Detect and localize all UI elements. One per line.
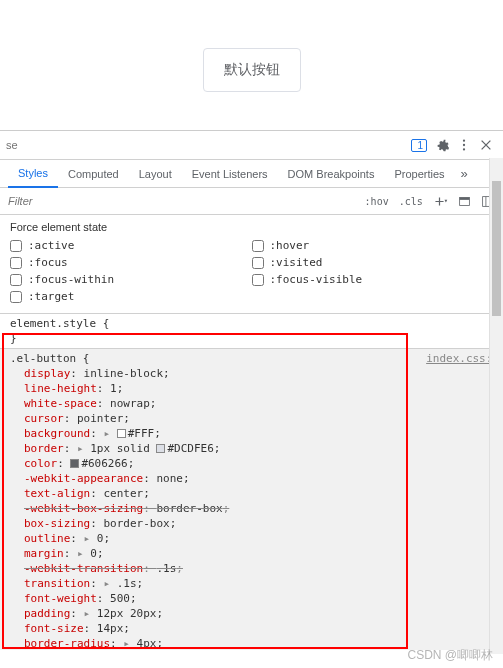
gear-icon	[435, 138, 449, 152]
svg-point-0	[463, 139, 465, 141]
computed-sidebar-button[interactable]	[453, 188, 476, 214]
css-declaration[interactable]: text-align: center;	[10, 486, 501, 501]
css-declaration[interactable]: white-space: nowrap;	[10, 396, 501, 411]
close-icon	[479, 138, 493, 152]
el-button-rule-block[interactable]: index.css:1 .el-button { display: inline…	[0, 349, 503, 650]
kebab-icon	[457, 138, 471, 152]
checkbox[interactable]	[10, 257, 22, 269]
css-declaration[interactable]: line-height: 1;	[10, 381, 501, 396]
close-button[interactable]	[475, 134, 497, 156]
css-declaration[interactable]: display: inline-block;	[10, 366, 501, 381]
badge-count: 1	[417, 140, 423, 151]
css-declaration[interactable]: border: ▸ 1px solid #DCDFE6;	[10, 441, 501, 456]
scrollbar-thumb[interactable]	[492, 181, 501, 316]
svg-rect-4	[460, 197, 470, 199]
checkbox[interactable]	[252, 274, 264, 286]
checkbox[interactable]	[252, 257, 264, 269]
css-declaration[interactable]: color: #606266;	[10, 456, 501, 471]
css-declaration[interactable]: -webkit-appearance: none;	[10, 471, 501, 486]
css-declaration[interactable]: padding: ▸ 12px 20px;	[10, 606, 501, 621]
svg-point-1	[463, 144, 465, 146]
checkbox[interactable]	[252, 240, 264, 252]
state-target[interactable]: :target	[10, 290, 252, 303]
css-declaration[interactable]: outline: ▸ 0;	[10, 531, 501, 546]
state-focus-within[interactable]: :focus-within	[10, 273, 252, 286]
state-visited[interactable]: :visited	[252, 256, 494, 269]
css-declaration[interactable]: cursor: pointer;	[10, 411, 501, 426]
styles-tabs: Styles Computed Layout Event Listeners D…	[0, 160, 503, 188]
css-declaration[interactable]: background: ▸ #FFF;	[10, 426, 501, 441]
devtools-toolbar: se 1	[0, 130, 503, 160]
issues-badge[interactable]: 1	[411, 139, 427, 152]
state-focus-visible[interactable]: :focus-visible	[252, 273, 494, 286]
selector: element.style	[10, 317, 96, 330]
css-declaration[interactable]: -webkit-transition: .1s;	[10, 561, 501, 576]
checkbox[interactable]	[10, 240, 22, 252]
css-declaration[interactable]: margin: ▸ 0;	[10, 546, 501, 561]
state-active[interactable]: :active	[10, 239, 252, 252]
tab-styles[interactable]: Styles	[8, 160, 58, 188]
settings-button[interactable]	[431, 134, 453, 156]
hov-toggle[interactable]: :hov	[360, 188, 394, 214]
svg-point-2	[463, 148, 465, 150]
checkbox[interactable]	[10, 274, 22, 286]
css-declaration[interactable]: box-sizing: border-box;	[10, 516, 501, 531]
css-declaration[interactable]: font-weight: 500;	[10, 591, 501, 606]
filter-toolbar: :hov .cls ▾	[0, 188, 503, 215]
tab-layout[interactable]: Layout	[129, 160, 182, 188]
tab-dom-breakpoints[interactable]: DOM Breakpoints	[278, 160, 385, 188]
tab-event-listeners[interactable]: Event Listeners	[182, 160, 278, 188]
panel-title: se	[6, 139, 18, 151]
scrollbar[interactable]	[489, 158, 503, 654]
force-state-title: Force element state	[10, 221, 493, 233]
tabs-overflow[interactable]: »	[455, 166, 474, 181]
selector: .el-button	[10, 352, 76, 365]
more-button[interactable]	[453, 134, 475, 156]
cls-toggle[interactable]: .cls	[394, 188, 428, 214]
css-declaration[interactable]: -webkit-box-sizing: border-box;	[10, 501, 501, 516]
element-style-block[interactable]: element.style { }	[0, 314, 503, 349]
panel-icon	[458, 195, 471, 208]
force-state-panel: Force element state :active :focus :focu…	[0, 215, 503, 314]
checkbox[interactable]	[10, 291, 22, 303]
styles-pane: element.style { } index.css:1 .el-button…	[0, 314, 503, 650]
filter-input[interactable]	[4, 188, 360, 214]
tab-properties[interactable]: Properties	[384, 160, 454, 188]
default-button[interactable]: 默认按钮	[203, 48, 301, 92]
state-focus[interactable]: :focus	[10, 256, 252, 269]
new-rule-button[interactable]: ▾	[428, 188, 453, 214]
page-preview: 默认按钮	[0, 0, 503, 130]
tab-computed[interactable]: Computed	[58, 160, 129, 188]
css-declaration[interactable]: font-size: 14px;	[10, 621, 501, 636]
state-hover[interactable]: :hover	[252, 239, 494, 252]
css-declaration[interactable]: border-radius: ▸ 4px;	[10, 636, 501, 650]
css-declaration[interactable]: transition: ▸ .1s;	[10, 576, 501, 591]
